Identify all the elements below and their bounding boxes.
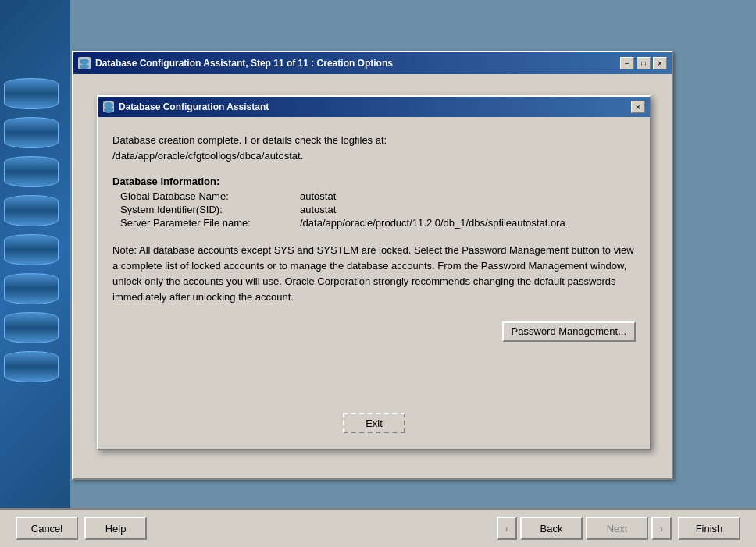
exit-btn-row: Exit	[112, 397, 636, 433]
next-arrow-button[interactable]: ›	[651, 517, 672, 540]
cylinder-8	[4, 351, 59, 382]
cylinder-decorations	[4, 78, 59, 382]
cylinder-6	[4, 273, 59, 304]
inner-titlebar: Database Configuration Assistant ×	[98, 97, 650, 117]
db-info-row-0: Global Database Name: autostat	[120, 190, 636, 202]
db-info-title: Database Information:	[112, 176, 636, 187]
outer-window: Database Configuration Assistant, Step 1…	[72, 51, 673, 480]
outer-maximize-button[interactable]: □	[637, 57, 651, 69]
db-info-value-1: autostat	[300, 204, 336, 215]
cylinder-4	[4, 195, 59, 226]
db-info-value-2: /data/app/oracle/product/11.2.0/db_1/dbs…	[300, 217, 565, 229]
cylinder-2	[4, 117, 59, 148]
outer-minimize-button[interactable]: −	[620, 57, 634, 69]
outer-app-icon	[78, 57, 91, 69]
password-management-button[interactable]: Password Management...	[502, 321, 636, 342]
cylinder-1	[4, 78, 59, 109]
inner-dialog-title: Database Configuration Assistant	[119, 101, 626, 112]
cylinder-7	[4, 312, 59, 343]
bottom-toolbar: Cancel Help ‹ Back Next › Finish	[0, 508, 756, 547]
cylinder-5	[4, 234, 59, 265]
note-text: Note: All database accounts except SYS a…	[112, 243, 636, 306]
cylinder-3	[4, 156, 59, 187]
outer-window-title: Database Configuration Assistant, Step 1…	[95, 58, 615, 69]
background-left	[0, 0, 70, 547]
inner-close-button[interactable]: ×	[631, 101, 645, 113]
inner-dialog-content: Database creation complete. For details …	[98, 117, 650, 449]
cancel-button[interactable]: Cancel	[16, 517, 78, 540]
next-button[interactable]: Next	[586, 517, 648, 540]
completion-message: Database creation complete. For details …	[112, 133, 636, 163]
outer-titlebar-buttons: − □ ×	[620, 57, 667, 69]
db-info-section: Database Information: Global Database Na…	[112, 176, 636, 230]
inner-db-icon	[103, 101, 114, 112]
back-arrow-button[interactable]: ‹	[497, 517, 517, 540]
nav-button-group: ‹ Back Next ›	[497, 517, 672, 540]
completion-log-path: /data/app/oracle/cfgtoollogs/dbca/autost…	[112, 150, 303, 162]
db-info-row-2: Server Parameter File name: /data/app/or…	[120, 217, 636, 229]
back-button[interactable]: Back	[520, 517, 583, 540]
db-info-row-1: System Identifier(SID): autostat	[120, 204, 636, 215]
finish-button[interactable]: Finish	[678, 517, 740, 540]
db-info-label-1: System Identifier(SID):	[120, 204, 300, 215]
completion-message-line1: Database creation complete. For details …	[112, 134, 387, 146]
password-mgmt-row: Password Management...	[112, 321, 636, 342]
outer-close-button[interactable]: ×	[653, 57, 667, 69]
db-info-label-2: Server Parameter File name:	[120, 217, 300, 229]
exit-button[interactable]: Exit	[343, 413, 405, 433]
inner-app-icon	[103, 101, 114, 112]
db-info-table: Global Database Name: autostat System Id…	[120, 190, 636, 229]
db-info-value-0: autostat	[300, 190, 336, 202]
outer-titlebar: Database Configuration Assistant, Step 1…	[73, 52, 672, 74]
outer-db-icon	[79, 58, 90, 69]
inner-dialog: Database Configuration Assistant × Datab…	[97, 95, 651, 450]
db-info-label-0: Global Database Name:	[120, 190, 300, 202]
help-button[interactable]: Help	[84, 517, 147, 540]
